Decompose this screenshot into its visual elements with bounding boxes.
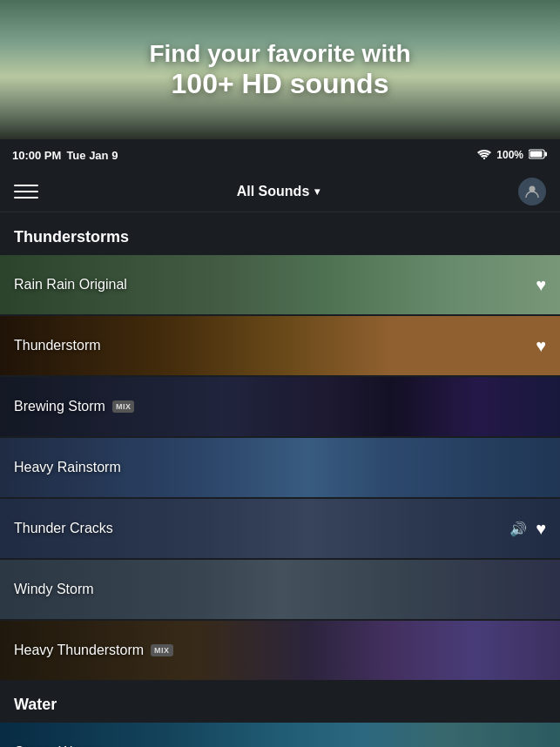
mix-badge: MIX — [151, 644, 173, 656]
list-item[interactable]: Windy Storm — [0, 560, 560, 619]
battery-text: 100% — [496, 149, 523, 161]
menu-line — [14, 191, 38, 192]
list-item[interactable]: Heavy Rainstorm — [0, 438, 560, 497]
status-left: 10:00 PM Tue Jan 9 — [12, 149, 118, 162]
item-icons: ♥ — [536, 336, 560, 356]
wifi-icon — [477, 149, 491, 162]
profile-button[interactable] — [518, 178, 546, 205]
sound-name: Brewing Storm — [14, 399, 105, 414]
status-bar: 10:00 PM Tue Jan 9 100% — [0, 139, 560, 171]
list-item[interactable]: Brewing Storm MIX — [0, 377, 560, 436]
sound-name: Thunder Cracks — [14, 521, 113, 536]
item-label-area: Thunderstorm — [0, 338, 536, 353]
item-overlay — [0, 723, 560, 747]
nav-bar: All Sounds ▾ — [0, 171, 560, 212]
battery-icon — [529, 149, 548, 162]
hero-text: Find your favorite with 100+ HD sounds — [149, 40, 410, 100]
item-label-area: Thunder Cracks — [0, 521, 509, 536]
heart-icon[interactable]: ♥ — [536, 519, 546, 539]
heart-icon[interactable]: ♥ — [536, 336, 546, 356]
sound-name: Rain Rain Original — [14, 277, 127, 293]
nav-title[interactable]: All Sounds ▾ — [237, 184, 320, 199]
menu-line — [14, 197, 38, 199]
chevron-down-icon: ▾ — [314, 185, 320, 198]
status-right: 100% — [477, 149, 548, 162]
item-icons: 🔊 ♥ — [509, 519, 560, 539]
sound-name: Heavy Thunderstorm — [14, 643, 144, 658]
item-label-area: Brewing Storm MIX — [0, 399, 546, 414]
item-label-area: Heavy Rainstorm — [0, 460, 546, 475]
menu-button[interactable] — [14, 179, 38, 204]
list-item[interactable]: Ocean Waves — [0, 723, 560, 747]
status-date: Tue Jan 9 — [66, 149, 118, 162]
item-label-area: Heavy Thunderstorm MIX — [0, 643, 546, 658]
hero-line2: 100+ HD sounds — [149, 68, 410, 100]
mix-badge: MIX — [112, 400, 135, 413]
item-label-area: Windy Storm — [0, 582, 546, 597]
svg-rect-2 — [545, 151, 548, 156]
volume-icon[interactable]: 🔊 — [509, 521, 527, 537]
sound-name: Windy Storm — [14, 582, 94, 597]
menu-line — [14, 185, 38, 186]
item-label-area: Rain Rain Original — [0, 277, 536, 293]
item-icons: ♥ — [536, 275, 560, 295]
list-item[interactable]: Thunderstorm ♥ — [0, 316, 560, 375]
heart-icon[interactable]: ♥ — [536, 275, 546, 295]
list-item[interactable]: Rain Rain Original ♥ — [0, 255, 560, 314]
section-header-water: Water — [0, 680, 560, 723]
svg-point-0 — [483, 157, 485, 158]
section-header-thunderstorms: Thunderstorms — [0, 212, 560, 255]
hero-banner: Find your favorite with 100+ HD sounds — [0, 0, 560, 139]
nav-title-text: All Sounds — [237, 184, 310, 199]
water-list: Ocean Waves Slow Stream Gentle Stream — [0, 723, 560, 747]
content-area: Thunderstorms Rain Rain Original ♥ Thund… — [0, 212, 560, 747]
status-time: 10:00 PM — [12, 149, 61, 162]
list-item[interactable]: Thunder Cracks 🔊 ♥ — [0, 499, 560, 558]
hero-line1: Find your favorite with — [149, 40, 410, 68]
sound-name: Heavy Rainstorm — [14, 460, 121, 475]
svg-rect-3 — [530, 151, 543, 157]
thunderstorms-list: Rain Rain Original ♥ Thunderstorm ♥ Brew… — [0, 255, 560, 680]
sound-name: Thunderstorm — [14, 338, 101, 353]
list-item[interactable]: Heavy Thunderstorm MIX — [0, 621, 560, 680]
